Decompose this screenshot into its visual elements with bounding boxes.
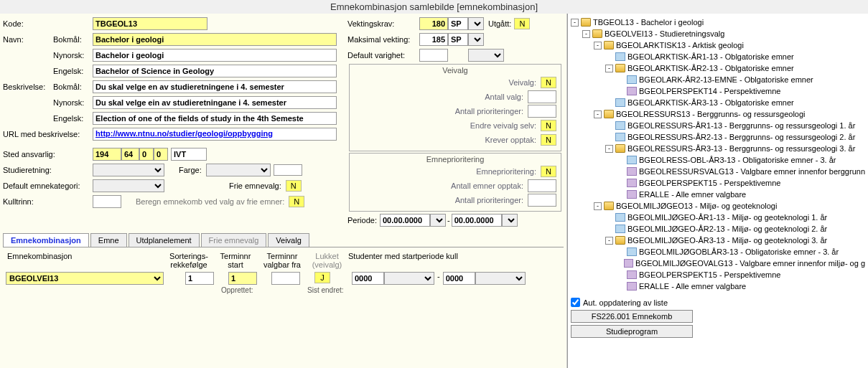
tree-node[interactable]: -BGEOLRESSURS13 - Berggrunns- og ressurs… xyxy=(571,108,865,120)
tab-veivalg[interactable]: Veivalg xyxy=(268,233,309,247)
navn-bokmal-input[interactable] xyxy=(93,33,337,46)
tree-node[interactable]: BGEOLMILJØGEO-ÅR1-13 - Miljø- og geotekn… xyxy=(571,212,865,223)
studieretning-select[interactable] xyxy=(93,164,164,176)
tree-node[interactable]: BGEOLPERSPEKT15 - Perspektivemne xyxy=(571,269,865,280)
tree-node[interactable]: BGEOLRESS-OBL-ÅR3-13 - Obligatoriske emn… xyxy=(571,154,865,166)
tree-node[interactable]: BGEOLARKTISK-ÅR1-13 - Oblgatoriske emner xyxy=(571,51,865,62)
default-emnekat-select[interactable] xyxy=(93,179,164,192)
endre-selv-value[interactable]: N xyxy=(541,120,556,131)
stud2-select[interactable] xyxy=(475,272,526,285)
vek-unit-select[interactable] xyxy=(468,17,484,30)
sted2-input[interactable] xyxy=(121,148,139,161)
antall-prio2-input[interactable] xyxy=(528,194,556,207)
periode2-select[interactable] xyxy=(502,214,518,227)
tree-toggle-icon[interactable]: - xyxy=(594,110,602,118)
tree-node[interactable]: -BGEOLARKTISK13 - Arktisk geologi xyxy=(571,39,865,51)
tree-node[interactable]: BGEOLRESSURS-ÅR1-13 - Berggrunns- og res… xyxy=(571,120,865,131)
tree-node[interactable]: BGEOLRESSURSVALG13 - Valgbare emner inne… xyxy=(571,166,865,177)
tree-node[interactable]: -BGEOLRESSURS-ÅR3-13 - Berggrunns- og re… xyxy=(571,143,865,154)
maksimal-input[interactable] xyxy=(419,33,448,46)
tree-node[interactable]: -BGEOLMILJØGEO-ÅR3-13 - Miljø- og geotek… xyxy=(571,235,865,246)
beskrivelse-label: Beskrivelse: xyxy=(3,82,53,91)
tree-toggle-icon[interactable]: - xyxy=(605,65,613,72)
tree-toggle-icon[interactable]: - xyxy=(605,237,613,245)
vektingskrav-input[interactable] xyxy=(419,17,448,30)
kulltrinn-label: Kulltrinn: xyxy=(3,197,93,206)
tree-node[interactable]: BGEOLMILJØGOBLÅR3-13 - Obligatoriske emn… xyxy=(571,246,865,258)
tab-emne[interactable]: Emne xyxy=(90,233,127,247)
tree-node[interactable]: -BGEOLMILJØGEO13 - Miljø- og geoteknolog… xyxy=(571,200,865,212)
antall-emner-input[interactable] xyxy=(528,179,556,192)
default-varighet-input[interactable] xyxy=(419,49,448,62)
tree-toggle-icon[interactable]: - xyxy=(571,19,579,27)
tree-toggle-icon[interactable]: - xyxy=(605,145,613,153)
besk-nynorsk-input[interactable] xyxy=(93,96,337,109)
kulltrinn-input[interactable] xyxy=(93,195,121,208)
tree-node[interactable]: BGEOLRESSURS-ÅR2-13 - Berggrunns- og res… xyxy=(571,131,865,143)
sort-input[interactable] xyxy=(185,272,214,285)
tree-node[interactable]: BGEOLPERSPEKT14 - Perspektivemne xyxy=(571,85,865,97)
vek-unit-input[interactable] xyxy=(448,17,468,30)
utgatt-value[interactable]: N xyxy=(514,18,530,29)
maks-unit-select[interactable] xyxy=(468,33,484,46)
sted5-input[interactable] xyxy=(171,148,207,161)
tree: -TBGEOL13 - Bachelor i geologi-BGEOLVEI1… xyxy=(571,16,865,292)
aut-opp-checkbox[interactable] xyxy=(571,298,580,307)
krever-opptak-value[interactable]: N xyxy=(541,134,556,146)
default-varighet-select[interactable] xyxy=(468,49,504,62)
studieprogram-button[interactable]: Studieprogram xyxy=(571,325,693,338)
tree-node[interactable]: BGEOLARKTISK-ÅR3-13 - Oblgatoriske emner xyxy=(571,97,865,108)
maks-unit-input[interactable] xyxy=(448,33,468,46)
tab-emnekombinasjon[interactable]: Emnekombinasjon xyxy=(3,233,89,247)
periode2-input[interactable] xyxy=(452,214,502,227)
tree-node[interactable]: BGEOLPERSPEKT15 - Perspektivemne xyxy=(571,177,865,189)
th-emnekombinasjon: Emnekombinasjon xyxy=(6,250,164,270)
tree-node[interactable]: ERALLE - Alle emner valgbare xyxy=(571,189,865,200)
antall-prio-input[interactable] xyxy=(528,105,556,118)
term-valgbar-input[interactable] xyxy=(271,272,300,285)
farge-select[interactable] xyxy=(206,164,271,176)
antall-valg-input[interactable] xyxy=(528,90,556,103)
stud1-select[interactable] xyxy=(384,272,434,285)
besk-bokmal-input[interactable] xyxy=(93,80,337,93)
veivalg-value[interactable]: N xyxy=(541,77,556,88)
lukket-value[interactable]: J xyxy=(314,272,330,283)
periode1-select[interactable] xyxy=(430,214,446,227)
krever-opptak-label: Krever opptak: xyxy=(485,136,536,144)
tree-node[interactable]: -BGEOLVEI13 - Studieretningsvalg xyxy=(571,28,865,39)
tree-label: BGEOLARKTISK-ÅR3-13 - Oblgatoriske emner xyxy=(627,97,794,108)
folder-icon xyxy=(581,18,591,27)
tree-node[interactable]: -BGEOLARKTISK-ÅR2-13 - Oblgatoriske emne… xyxy=(571,62,865,74)
tree-toggle-icon[interactable]: - xyxy=(582,30,590,38)
emnepri-value[interactable]: N xyxy=(541,166,556,177)
ek-select[interactable]: BGEOLVEI13 xyxy=(6,272,164,285)
kode-label: Kode: xyxy=(3,19,53,28)
fs226-button[interactable]: FS226.001 Emnekomb xyxy=(571,310,693,323)
tree-label: BGEOLMILJØGEO13 - Miljø- og geoteknologi xyxy=(616,200,777,212)
tree-node[interactable]: BGEOLARK-ÅR2-13-EMNE - Oblgatoriske emne… xyxy=(571,74,865,85)
tree-node[interactable]: BGEOLMILJØGEOVALG13 - Valgbare emner inn… xyxy=(571,258,865,269)
sted3-input[interactable] xyxy=(139,148,154,161)
tree-toggle-icon[interactable]: - xyxy=(594,202,602,210)
tab-frie-emnevalg[interactable]: Frie emnevalg xyxy=(201,233,267,247)
sted4-input[interactable] xyxy=(154,148,168,161)
tree-toggle-icon[interactable]: - xyxy=(594,42,602,49)
tree-node[interactable]: -TBGEOL13 - Bachelor i geologi xyxy=(571,16,865,28)
tab-utdplanelement[interactable]: Utdplanelement xyxy=(129,233,200,247)
frie-emnevalg-value[interactable]: N xyxy=(286,180,302,192)
tree-node[interactable]: BGEOLMILJØGEO-ÅR2-13 - Miljø- og geotekn… xyxy=(571,223,865,235)
navn-nynorsk-input[interactable] xyxy=(93,49,337,62)
tree-node[interactable]: ERALLE - Alle emner valgbare xyxy=(571,280,865,292)
url-link[interactable]: http://www.ntnu.no/studier/geologi/oppby… xyxy=(93,128,337,141)
besk-engelsk-input[interactable] xyxy=(93,112,337,125)
navn-engelsk-input[interactable] xyxy=(93,65,337,77)
beregn-value[interactable]: N xyxy=(289,196,304,207)
stud1-input[interactable] xyxy=(352,272,384,285)
stud2-input[interactable] xyxy=(443,272,475,285)
sted1-input[interactable] xyxy=(93,148,121,161)
kode-input[interactable] xyxy=(93,17,207,30)
periode1-input[interactable] xyxy=(380,214,430,227)
periode-label: Periode: xyxy=(347,216,377,225)
antall-prio2-label: Antall prioriteringer: xyxy=(455,196,523,204)
term-start-input[interactable] xyxy=(228,272,257,285)
